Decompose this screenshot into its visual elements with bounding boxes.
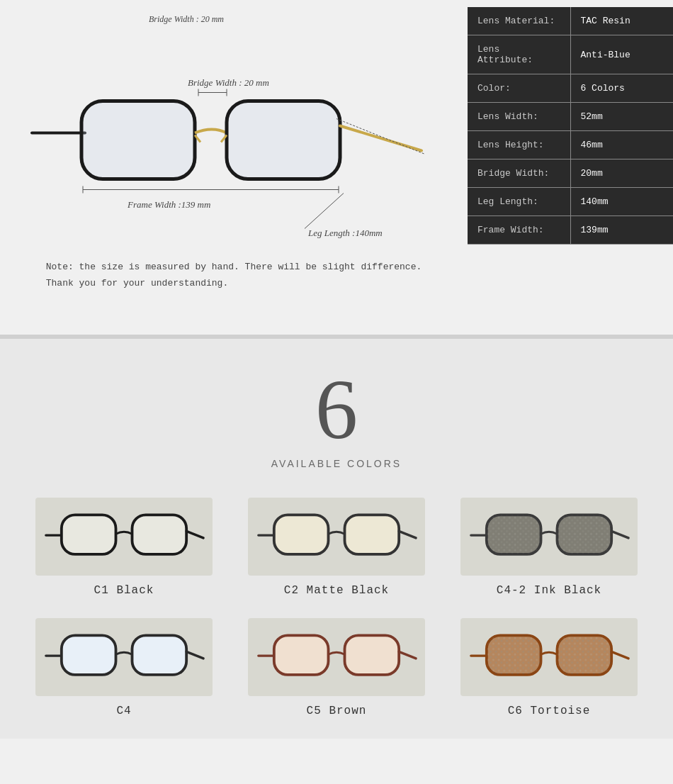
spec-label: Frame Width: — [468, 216, 570, 245]
color-name-label: C2 Matte Black — [284, 584, 389, 597]
svg-rect-2 — [227, 101, 340, 179]
diagram-area: Bridge Width : 20 mm Br — [0, 7, 468, 313]
spec-value: 6 Colors — [570, 74, 673, 103]
color-item: C4 — [21, 611, 227, 724]
svg-text:Bridge Width : 20 mm: Bridge Width : 20 mm — [188, 77, 269, 88]
svg-rect-34 — [132, 635, 187, 675]
svg-rect-21 — [345, 515, 400, 554]
color-name-label: C6 Tortoise — [508, 705, 591, 717]
svg-rect-16 — [62, 515, 116, 554]
color-grid: C1 Black C2 Matte Black — [14, 491, 659, 724]
svg-rect-45 — [487, 635, 541, 675]
spec-label: Leg Length: — [468, 188, 570, 216]
spec-value: 139mm — [570, 216, 673, 245]
spec-label: Lens Material: — [468, 7, 570, 35]
svg-rect-38 — [345, 635, 400, 675]
colors-count-number: 6 — [14, 367, 659, 452]
svg-text:Frame Width :139 mm: Frame Width :139 mm — [127, 199, 210, 210]
note-line1: Note: the size is measured by hand. Ther… — [46, 259, 422, 275]
color-item: C4-2 Ink Black — [446, 491, 652, 604]
spec-value: 20mm — [570, 159, 673, 188]
spec-label: Bridge Width: — [468, 159, 570, 188]
spec-value: 46mm — [570, 131, 673, 159]
glasses-diagram-svg: Bridge Width : 20 mm Leg Length :140mm F… — [25, 14, 443, 252]
svg-rect-1 — [81, 101, 195, 179]
color-item-image — [35, 618, 213, 696]
svg-line-35 — [186, 651, 203, 659]
note-text: Note: the size is measured by hand. Ther… — [32, 252, 436, 299]
color-name-label: C1 Black — [94, 584, 154, 597]
spec-row: Leg Length: 140mm — [468, 188, 673, 216]
color-name-label: C4 — [116, 705, 131, 717]
color-item-image — [460, 498, 638, 576]
color-item-image — [248, 498, 425, 576]
svg-rect-20 — [274, 515, 329, 554]
spec-label: Lens Height: — [468, 131, 570, 159]
bridge-width-annotation: Bridge Width : 20 mm — [149, 14, 224, 25]
svg-line-10 — [305, 194, 344, 229]
svg-rect-47 — [558, 635, 612, 675]
svg-rect-30 — [558, 515, 612, 554]
spec-row: Lens Width: 52mm — [468, 103, 673, 131]
spec-row: Bridge Width: 20mm — [468, 159, 673, 188]
svg-rect-37 — [274, 635, 329, 675]
svg-text:Leg Length :140mm: Leg Length :140mm — [307, 228, 383, 238]
spec-value: 140mm — [570, 188, 673, 216]
color-item: C2 Matte Black — [234, 491, 439, 604]
color-item: C6 Tortoise — [446, 611, 652, 724]
specs-table: Lens Material: TAC Resin Lens Attribute:… — [468, 7, 673, 245]
spec-row: Lens Height: 46mm — [468, 131, 673, 159]
color-name-label: C5 Brown — [307, 705, 367, 717]
svg-rect-17 — [132, 515, 187, 554]
color-item: C5 Brown — [234, 611, 439, 724]
spec-value: Anti-Blue — [570, 35, 673, 74]
spec-value: 52mm — [570, 103, 673, 131]
note-line2: Thank you for your understanding. — [46, 275, 422, 291]
available-colors-label: AVAILABLE COLORS — [14, 458, 659, 469]
svg-line-48 — [611, 651, 628, 659]
svg-line-31 — [611, 531, 628, 538]
svg-line-39 — [399, 651, 416, 659]
color-item-image — [460, 618, 638, 696]
color-item-image — [35, 498, 213, 576]
colors-section: 6 AVAILABLE COLORS C1 Black — [0, 339, 673, 739]
svg-line-3 — [340, 126, 422, 151]
spec-value: TAC Resin — [570, 7, 673, 35]
spec-label: Lens Attribute: — [468, 35, 570, 74]
spec-row: Frame Width: 139mm — [468, 216, 673, 245]
spec-row: Lens Attribute: Anti-Blue — [468, 35, 673, 74]
spec-row: Lens Material: TAC Resin — [468, 7, 673, 35]
svg-rect-28 — [487, 515, 541, 554]
svg-line-22 — [399, 531, 416, 538]
svg-line-18 — [186, 531, 203, 538]
color-item: C1 Black — [21, 491, 227, 604]
spec-label: Color: — [468, 74, 570, 103]
svg-rect-33 — [62, 635, 116, 675]
spec-label: Lens Width: — [468, 103, 570, 131]
color-name-label: C4-2 Ink Black — [497, 584, 601, 597]
top-section: Bridge Width : 20 mm Br — [0, 0, 673, 335]
color-item-image — [248, 618, 425, 696]
spec-row: Color: 6 Colors — [468, 74, 673, 103]
